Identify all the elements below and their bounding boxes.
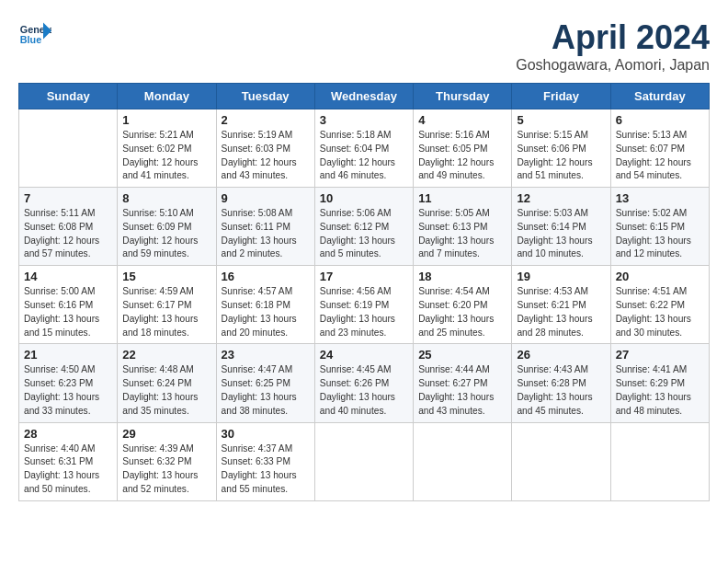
calendar-cell: 24Sunrise: 4:45 AM Sunset: 6:26 PM Dayli… xyxy=(314,344,413,422)
day-info: Sunrise: 5:15 AM Sunset: 6:06 PM Dayligh… xyxy=(517,129,605,183)
day-number: 26 xyxy=(517,348,605,362)
calendar-cell: 30Sunrise: 4:37 AM Sunset: 6:33 PM Dayli… xyxy=(216,422,314,500)
day-info: Sunrise: 5:21 AM Sunset: 6:02 PM Dayligh… xyxy=(122,129,210,183)
calendar-cell: 26Sunrise: 4:43 AM Sunset: 6:28 PM Dayli… xyxy=(512,344,610,422)
calendar-week-1: 1Sunrise: 5:21 AM Sunset: 6:02 PM Daylig… xyxy=(19,109,710,188)
page-header: General Blue April 2024 Goshogawara, Aom… xyxy=(18,18,710,74)
day-number: 11 xyxy=(418,191,506,205)
calendar-week-4: 21Sunrise: 4:50 AM Sunset: 6:23 PM Dayli… xyxy=(19,344,710,422)
day-info: Sunrise: 4:59 AM Sunset: 6:17 PM Dayligh… xyxy=(122,285,210,339)
day-number: 1 xyxy=(122,113,210,127)
day-info: Sunrise: 5:11 AM Sunset: 6:08 PM Dayligh… xyxy=(24,207,112,261)
day-info: Sunrise: 4:39 AM Sunset: 6:32 PM Dayligh… xyxy=(122,442,210,497)
day-number: 30 xyxy=(222,427,310,441)
calendar-cell: 6Sunrise: 5:13 AM Sunset: 6:07 PM Daylig… xyxy=(610,109,709,188)
day-number: 29 xyxy=(122,427,210,441)
location: Goshogawara, Aomori, Japan xyxy=(516,57,710,74)
calendar-cell: 3Sunrise: 5:18 AM Sunset: 6:04 PM Daylig… xyxy=(314,109,413,188)
calendar-cell: 9Sunrise: 5:08 AM Sunset: 6:11 PM Daylig… xyxy=(216,188,314,266)
day-info: Sunrise: 5:18 AM Sunset: 6:04 PM Dayligh… xyxy=(320,129,408,183)
day-info: Sunrise: 5:05 AM Sunset: 6:13 PM Dayligh… xyxy=(418,207,506,261)
day-info: Sunrise: 4:45 AM Sunset: 6:26 PM Dayligh… xyxy=(320,363,408,418)
day-info: Sunrise: 4:50 AM Sunset: 6:23 PM Dayligh… xyxy=(24,363,112,418)
calendar-cell xyxy=(314,422,413,500)
day-info: Sunrise: 4:44 AM Sunset: 6:27 PM Dayligh… xyxy=(418,363,506,418)
day-number: 18 xyxy=(418,270,506,283)
day-number: 27 xyxy=(616,348,704,362)
title-block: April 2024 Goshogawara, Aomori, Japan xyxy=(516,18,710,74)
day-number: 8 xyxy=(122,191,210,205)
weekday-header-sunday: Sunday xyxy=(19,84,118,109)
day-info: Sunrise: 4:56 AM Sunset: 6:19 PM Dayligh… xyxy=(320,285,408,339)
day-info: Sunrise: 4:51 AM Sunset: 6:22 PM Dayligh… xyxy=(616,285,704,339)
day-info: Sunrise: 4:57 AM Sunset: 6:18 PM Dayligh… xyxy=(222,285,310,339)
svg-text:Blue: Blue xyxy=(20,34,41,45)
weekday-header-wednesday: Wednesday xyxy=(314,84,413,109)
day-info: Sunrise: 5:13 AM Sunset: 6:07 PM Dayligh… xyxy=(616,129,704,183)
day-info: Sunrise: 4:43 AM Sunset: 6:28 PM Dayligh… xyxy=(517,363,605,418)
calendar-cell: 2Sunrise: 5:19 AM Sunset: 6:03 PM Daylig… xyxy=(216,109,314,188)
day-info: Sunrise: 5:10 AM Sunset: 6:09 PM Dayligh… xyxy=(122,207,210,261)
day-number: 19 xyxy=(517,270,605,283)
calendar-cell: 5Sunrise: 5:15 AM Sunset: 6:06 PM Daylig… xyxy=(512,109,610,188)
day-number: 6 xyxy=(616,113,704,127)
calendar-cell xyxy=(19,109,118,188)
day-number: 28 xyxy=(24,427,112,441)
day-number: 9 xyxy=(222,191,310,205)
weekday-header-saturday: Saturday xyxy=(610,84,709,109)
calendar-cell: 17Sunrise: 4:56 AM Sunset: 6:19 PM Dayli… xyxy=(314,266,413,344)
day-number: 17 xyxy=(320,270,408,283)
day-number: 20 xyxy=(616,270,704,283)
weekday-header-friday: Friday xyxy=(512,84,610,109)
day-info: Sunrise: 5:16 AM Sunset: 6:05 PM Dayligh… xyxy=(418,129,506,183)
day-number: 25 xyxy=(418,348,506,362)
calendar-week-2: 7Sunrise: 5:11 AM Sunset: 6:08 PM Daylig… xyxy=(19,188,710,266)
calendar-cell: 14Sunrise: 5:00 AM Sunset: 6:16 PM Dayli… xyxy=(19,266,118,344)
calendar-cell: 29Sunrise: 4:39 AM Sunset: 6:32 PM Dayli… xyxy=(118,422,216,500)
calendar-cell: 23Sunrise: 4:47 AM Sunset: 6:25 PM Dayli… xyxy=(216,344,314,422)
day-info: Sunrise: 4:54 AM Sunset: 6:20 PM Dayligh… xyxy=(418,285,506,339)
day-number: 3 xyxy=(320,113,408,127)
calendar-cell: 15Sunrise: 4:59 AM Sunset: 6:17 PM Dayli… xyxy=(118,266,216,344)
day-number: 10 xyxy=(320,191,408,205)
day-info: Sunrise: 5:02 AM Sunset: 6:15 PM Dayligh… xyxy=(616,207,704,261)
calendar-cell: 8Sunrise: 5:10 AM Sunset: 6:09 PM Daylig… xyxy=(118,188,216,266)
calendar-cell: 11Sunrise: 5:05 AM Sunset: 6:13 PM Dayli… xyxy=(414,188,512,266)
day-info: Sunrise: 4:41 AM Sunset: 6:29 PM Dayligh… xyxy=(616,363,704,418)
day-info: Sunrise: 5:03 AM Sunset: 6:14 PM Dayligh… xyxy=(517,207,605,261)
day-number: 13 xyxy=(616,191,704,205)
calendar-cell: 16Sunrise: 4:57 AM Sunset: 6:18 PM Dayli… xyxy=(216,266,314,344)
day-info: Sunrise: 5:08 AM Sunset: 6:11 PM Dayligh… xyxy=(222,207,310,261)
day-info: Sunrise: 4:48 AM Sunset: 6:24 PM Dayligh… xyxy=(122,363,210,418)
day-number: 5 xyxy=(517,113,605,127)
day-number: 16 xyxy=(222,270,310,283)
calendar-week-3: 14Sunrise: 5:00 AM Sunset: 6:16 PM Dayli… xyxy=(19,266,710,344)
day-info: Sunrise: 5:00 AM Sunset: 6:16 PM Dayligh… xyxy=(24,285,112,339)
day-number: 23 xyxy=(222,348,310,362)
calendar-cell: 19Sunrise: 4:53 AM Sunset: 6:21 PM Dayli… xyxy=(512,266,610,344)
calendar-cell: 10Sunrise: 5:06 AM Sunset: 6:12 PM Dayli… xyxy=(314,188,413,266)
day-info: Sunrise: 4:37 AM Sunset: 6:33 PM Dayligh… xyxy=(222,442,310,497)
calendar-cell xyxy=(610,422,709,500)
calendar-cell: 21Sunrise: 4:50 AM Sunset: 6:23 PM Dayli… xyxy=(19,344,118,422)
day-info: Sunrise: 4:40 AM Sunset: 6:31 PM Dayligh… xyxy=(24,442,112,497)
calendar-cell: 27Sunrise: 4:41 AM Sunset: 6:29 PM Dayli… xyxy=(610,344,709,422)
day-number: 15 xyxy=(122,270,210,283)
weekday-header-row: SundayMondayTuesdayWednesdayThursdayFrid… xyxy=(19,84,710,109)
logo: General Blue xyxy=(18,18,53,52)
calendar-cell: 12Sunrise: 5:03 AM Sunset: 6:14 PM Dayli… xyxy=(512,188,610,266)
calendar-cell xyxy=(512,422,610,500)
day-number: 7 xyxy=(24,191,112,205)
calendar-cell: 25Sunrise: 4:44 AM Sunset: 6:27 PM Dayli… xyxy=(414,344,512,422)
weekday-header-monday: Monday xyxy=(118,84,216,109)
calendar-table: SundayMondayTuesdayWednesdayThursdayFrid… xyxy=(18,83,710,501)
calendar-cell: 18Sunrise: 4:54 AM Sunset: 6:20 PM Dayli… xyxy=(414,266,512,344)
day-number: 24 xyxy=(320,348,408,362)
weekday-header-tuesday: Tuesday xyxy=(216,84,314,109)
calendar-week-5: 28Sunrise: 4:40 AM Sunset: 6:31 PM Dayli… xyxy=(19,422,710,500)
weekday-header-thursday: Thursday xyxy=(414,84,512,109)
calendar-cell: 4Sunrise: 5:16 AM Sunset: 6:05 PM Daylig… xyxy=(414,109,512,188)
calendar-cell xyxy=(414,422,512,500)
calendar-cell: 13Sunrise: 5:02 AM Sunset: 6:15 PM Dayli… xyxy=(610,188,709,266)
day-number: 22 xyxy=(122,348,210,362)
